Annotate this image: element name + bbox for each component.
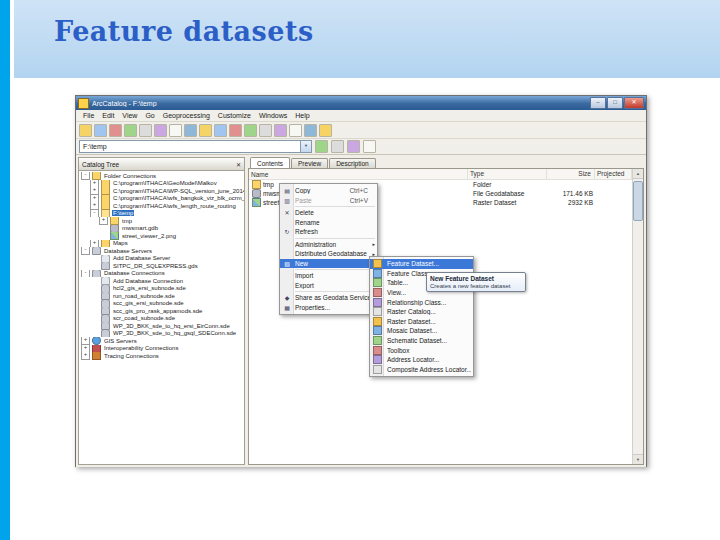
go-to-location-icon[interactable] — [315, 140, 328, 153]
combo-dropdown-icon[interactable]: ▼ — [300, 141, 311, 152]
new-submenu-item[interactable]: Raster Catalog... — [370, 307, 473, 317]
tab-contents[interactable]: Contents — [250, 157, 290, 168]
minimize-button[interactable]: ‒ — [590, 97, 606, 109]
menu-windows[interactable]: Windows — [255, 112, 291, 119]
context-menu-item[interactable]: Distributed Geodatabase▸ — [280, 249, 377, 259]
new-submenu-item[interactable]: Address Locator... — [370, 355, 473, 365]
tree-item[interactable]: mwsmart.gdb — [79, 225, 244, 233]
tree-item[interactable]: -Folder Connections — [79, 172, 244, 180]
panel-close-icon[interactable]: ✕ — [236, 161, 241, 168]
refresh-view-icon[interactable] — [347, 140, 360, 153]
scroll-down-icon[interactable]: ▼ — [633, 454, 643, 464]
expand-icon[interactable]: + — [90, 202, 99, 210]
tree-item[interactable]: street_viewer_2.png — [79, 232, 244, 240]
tree-item[interactable]: +C:\program\ITHACA\wfs_bangkok_viz_blk_o… — [79, 195, 244, 203]
expand-icon[interactable]: + — [81, 345, 90, 353]
column-header-size[interactable]: Size — [547, 169, 595, 179]
arcglobe-icon[interactable] — [304, 124, 317, 137]
copy-icon[interactable] — [124, 124, 137, 137]
tab-description[interactable]: Description — [329, 158, 376, 168]
tree-item[interactable]: +Tracing Connections — [79, 352, 244, 360]
arctoolbox-icon[interactable] — [289, 124, 302, 137]
up-one-level-icon[interactable] — [79, 124, 92, 137]
tree-item[interactable]: SITPC_DR_SQLEXPRESS.gds — [79, 262, 244, 270]
details-view-icon[interactable] — [199, 124, 212, 137]
launch-arcmap-icon[interactable] — [229, 124, 242, 137]
expand-icon[interactable]: + — [90, 240, 99, 248]
context-menu-item[interactable]: ▤CopyCtrl+C — [280, 186, 377, 196]
collapse-icon[interactable]: - — [81, 172, 90, 180]
scroll-up-icon[interactable]: ▲ — [633, 169, 643, 179]
menu-customize[interactable]: Customize — [214, 112, 255, 119]
new-submenu-item[interactable]: Mosaic Dataset... — [370, 326, 473, 336]
connect-folder-icon[interactable] — [94, 124, 107, 137]
help-icon[interactable] — [319, 124, 332, 137]
column-header-name[interactable]: Name — [249, 169, 468, 179]
tree-item[interactable]: scc_gis_pro_rask_appamods.sde — [79, 307, 244, 315]
column-header-projected[interactable]: Projected — [595, 169, 632, 179]
menu-file[interactable]: File — [79, 112, 98, 119]
context-menu-item[interactable]: ↻Refresh — [280, 227, 377, 237]
context-menu-item[interactable]: ▧New▸ — [280, 259, 377, 269]
context-menu-item[interactable]: Export▸ — [280, 281, 377, 291]
scroll-thumb[interactable] — [633, 181, 643, 221]
menu-go[interactable]: Go — [141, 112, 158, 119]
tree-item[interactable]: +Maps — [79, 240, 244, 248]
tree-item[interactable]: WP_3D_BKK_sde_to_hq_ersi_EirConn.sde — [79, 322, 244, 330]
expand-icon[interactable]: + — [81, 352, 90, 360]
menu-geoprocessing[interactable]: Geoprocessing — [159, 112, 214, 119]
expand-icon[interactable]: + — [90, 187, 99, 195]
tree-item[interactable]: WP_3D_BKK_sde_to_hq_gsql_SDEConn.sde — [79, 330, 244, 338]
new-submenu-item[interactable]: Toolbox — [370, 345, 473, 355]
collapse-icon[interactable]: - — [90, 210, 99, 218]
context-menu-item[interactable]: ✕Delete — [280, 208, 377, 218]
tree-item[interactable]: +GIS Servers — [79, 337, 244, 345]
context-menu-item[interactable]: ▦Properties... — [280, 303, 377, 313]
new-submenu-item[interactable]: Feature Dataset... — [370, 259, 473, 269]
tab-preview[interactable]: Preview — [291, 158, 328, 168]
menu-help[interactable]: Help — [291, 112, 313, 119]
large-icons-view-icon[interactable] — [169, 124, 182, 137]
delete-icon[interactable] — [154, 124, 167, 137]
tree-item[interactable]: +C:\program\ITHACA\GeoModel\Malkov — [79, 180, 244, 188]
location-combo[interactable]: F:\temp ▼ — [79, 140, 312, 153]
new-submenu-item[interactable]: Schematic Dataset... — [370, 336, 473, 346]
thumbnails-view-icon[interactable] — [214, 124, 227, 137]
tree-item[interactable]: -Database Servers — [79, 247, 244, 255]
context-menu-item[interactable]: ▥PasteCtrl+V — [280, 196, 377, 206]
window-titlebar[interactable]: ArcCatalog - F:\temp ‒ □ ✕ — [76, 96, 646, 110]
search-window-icon[interactable] — [274, 124, 287, 137]
context-menu-item[interactable]: Administration▸ — [280, 240, 377, 250]
vertical-scrollbar[interactable]: ▲ ▼ — [632, 169, 643, 464]
context-menu-item[interactable]: ◆Share as Geodata Service... — [280, 293, 377, 303]
list-view-icon[interactable] — [184, 124, 197, 137]
paste-icon[interactable] — [139, 124, 152, 137]
tree-item[interactable]: +C:\program\ITHACA\WP-SQL_version_june_2… — [79, 187, 244, 195]
disconnect-folder-icon[interactable] — [109, 124, 122, 137]
maximize-button[interactable]: □ — [607, 97, 623, 109]
new-submenu-item[interactable]: Raster Dataset... — [370, 317, 473, 327]
expand-icon[interactable]: + — [81, 337, 90, 345]
tree-item[interactable]: +Interoperability Connections — [79, 345, 244, 353]
tree-item[interactable]: hcl2_gis_ersi_subnode.sde — [79, 285, 244, 293]
collapse-icon[interactable]: - — [81, 247, 90, 255]
close-button[interactable]: ✕ — [624, 97, 644, 109]
collapse-icon[interactable]: - — [81, 270, 90, 278]
modelbuilder-icon[interactable] — [244, 124, 257, 137]
up-arrow-icon[interactable] — [331, 140, 344, 153]
context-menu-item[interactable]: Rename — [280, 218, 377, 228]
tree-item[interactable]: scc_gis_ersi_subnode.sde — [79, 300, 244, 308]
tree-item[interactable]: scr_coad_subnode.sde — [79, 315, 244, 323]
menu-edit[interactable]: Edit — [98, 112, 118, 119]
expand-icon[interactable]: + — [99, 217, 108, 225]
expand-icon[interactable]: + — [90, 180, 99, 188]
context-menu-item[interactable]: Import▸ — [280, 271, 377, 281]
tree-item[interactable]: run_road_subnode.sde — [79, 292, 244, 300]
tree-item[interactable]: Add Database Server — [79, 255, 244, 263]
tree-item[interactable]: -F:\temp — [79, 210, 244, 218]
tree-item[interactable]: +tmp — [79, 217, 244, 225]
new-submenu-item[interactable]: Relationship Class... — [370, 297, 473, 307]
column-header-type[interactable]: Type — [468, 169, 547, 179]
new-submenu-item[interactable]: Composite Address Locator... — [370, 365, 473, 375]
tree-item[interactable]: Add Database Connection — [79, 277, 244, 285]
